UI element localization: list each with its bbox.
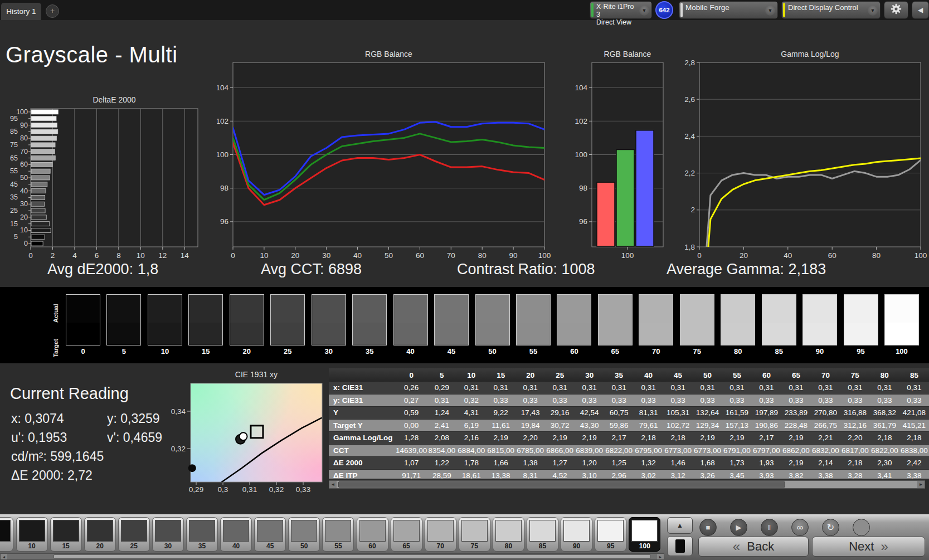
- table-cell: 2,30: [870, 457, 899, 470]
- svg-text:102: 102: [217, 117, 228, 125]
- add-tab-button[interactable]: +: [46, 4, 59, 18]
- level-button-10[interactable]: 10: [16, 517, 48, 552]
- table-cell: 228,48: [781, 419, 811, 432]
- level-button-75[interactable]: 75: [459, 517, 490, 552]
- level-patch: [291, 520, 317, 542]
- swatch-target: [394, 323, 427, 345]
- swatch-actual: [476, 295, 509, 323]
- bottom-scrollbar[interactable]: ◄ ►: [0, 553, 664, 560]
- continuous-read-button[interactable]: ∞: [791, 519, 809, 536]
- play-button[interactable]: ▶: [730, 519, 747, 536]
- collapse-panel-button[interactable]: ◀: [912, 1, 929, 19]
- svg-text:80: 80: [478, 251, 487, 260]
- table-cell: 2,19: [486, 432, 515, 445]
- swatch-target: [803, 323, 836, 345]
- swatch-level-label: 25: [270, 347, 305, 356]
- level-button-label: 70: [425, 542, 456, 550]
- stop-button[interactable]: ■: [699, 519, 717, 536]
- table-cell: 1,93: [752, 457, 781, 470]
- bottom-scrollbar-thumb[interactable]: [53, 554, 651, 559]
- table-cell: 0,33: [840, 394, 870, 407]
- average-gamma-stat: Average Gamma: 2,183: [667, 261, 826, 278]
- level-button-80[interactable]: 80: [493, 517, 524, 552]
- table-cell: 9,22: [486, 407, 515, 420]
- scroll-right-icon[interactable]: ►: [657, 554, 664, 559]
- table-cell: 0,33: [604, 394, 634, 407]
- level-button-90[interactable]: 90: [561, 517, 592, 552]
- table-cell: 415,21: [899, 419, 929, 432]
- level-button-95[interactable]: 95: [595, 517, 626, 552]
- svg-text:6: 6: [95, 251, 99, 260]
- swatch-actual: [844, 295, 878, 323]
- level-button-25[interactable]: 25: [118, 517, 150, 552]
- level-patch: [427, 520, 454, 542]
- reading-v: v': 0,4659: [107, 430, 162, 445]
- level-button-label: 40: [221, 542, 251, 550]
- svg-text:30: 30: [322, 251, 330, 260]
- table-cell: 6797,00: [752, 444, 781, 457]
- table-cell: 1,07: [396, 457, 427, 470]
- level-button-40[interactable]: 40: [220, 517, 252, 552]
- actual-row-label: Actual: [52, 296, 61, 330]
- level-button-65[interactable]: 65: [391, 517, 422, 552]
- swatch-level-label: 15: [188, 347, 223, 356]
- repeat-button[interactable]: ↻: [822, 519, 839, 536]
- svg-text:0: 0: [28, 251, 33, 260]
- level-patch: [53, 520, 79, 542]
- meter-count-badge[interactable]: 642: [655, 1, 673, 19]
- table-scrollbar[interactable]: ◄ ►: [329, 480, 925, 489]
- swatch-actual: [517, 295, 550, 323]
- level-button-35[interactable]: 35: [186, 517, 218, 552]
- swatch-20: [230, 294, 264, 345]
- swatch-50: [475, 294, 510, 345]
- next-button[interactable]: Next »: [812, 537, 925, 557]
- scroll-left-icon[interactable]: ◄: [329, 481, 337, 488]
- svg-text:104: 104: [217, 84, 228, 92]
- level-button-45[interactable]: 45: [254, 517, 286, 552]
- back-button[interactable]: « Back: [698, 537, 809, 557]
- table-cell: 4,31: [456, 407, 486, 420]
- level-button-85[interactable]: 85: [527, 517, 558, 552]
- level-button-5[interactable]: 5: [0, 517, 13, 552]
- table-cell: 6773,00: [693, 444, 722, 457]
- table-cell: 91,71: [396, 469, 427, 479]
- display-control-dropdown[interactable]: Direct Display Control ▼: [781, 1, 881, 19]
- display-control-label: Direct Display Control: [788, 3, 865, 12]
- level-patch: [223, 520, 249, 542]
- level-button-55[interactable]: 55: [322, 517, 354, 552]
- table-cell: 161,59: [722, 407, 752, 420]
- scroll-right-icon[interactable]: ►: [917, 481, 925, 488]
- level-patch: [597, 520, 624, 542]
- settings-button[interactable]: [884, 1, 908, 19]
- level-button-20[interactable]: 20: [84, 517, 116, 552]
- level-button-label: 75: [459, 542, 490, 550]
- table-scrollbar-thumb[interactable]: [338, 481, 785, 488]
- level-button-30[interactable]: 30: [152, 517, 184, 552]
- meter-dropdown[interactable]: X-Rite i1Pro 3 Direct View ▼: [590, 1, 652, 19]
- svg-text:10: 10: [260, 251, 268, 260]
- level-button-60[interactable]: 60: [357, 517, 388, 552]
- swatch-level-label: 60: [557, 347, 591, 356]
- table-cell: 2,42: [899, 457, 929, 470]
- scroll-up-button[interactable]: ▲: [667, 517, 693, 534]
- table-cell: 3,41: [870, 469, 899, 479]
- extra-button[interactable]: [853, 519, 870, 536]
- table-cell: 42,54: [575, 407, 604, 420]
- swatch-level-label: 55: [516, 347, 551, 356]
- table-cell: 233,89: [781, 407, 811, 420]
- pause-button[interactable]: ‖: [761, 519, 778, 536]
- pattern-source-dropdown[interactable]: Mobile Forge ▼: [679, 1, 778, 19]
- table-cell: 0,33: [693, 394, 722, 407]
- level-button-70[interactable]: 70: [425, 517, 456, 552]
- swatch-level-label: 50: [475, 347, 510, 356]
- scroll-left-icon[interactable]: ◄: [1, 554, 7, 559]
- history-tab[interactable]: History 1: [1, 3, 41, 20]
- level-button-15[interactable]: 15: [50, 517, 82, 552]
- table-cell: 29,16: [545, 407, 575, 420]
- svg-text:12: 12: [158, 251, 167, 260]
- level-button-50[interactable]: 50: [288, 517, 320, 552]
- level-button-100[interactable]: 100: [629, 517, 660, 552]
- svg-text:RGB Balance: RGB Balance: [365, 50, 412, 59]
- pattern-window-button[interactable]: [667, 536, 693, 556]
- target-row-label: Target: [52, 330, 61, 366]
